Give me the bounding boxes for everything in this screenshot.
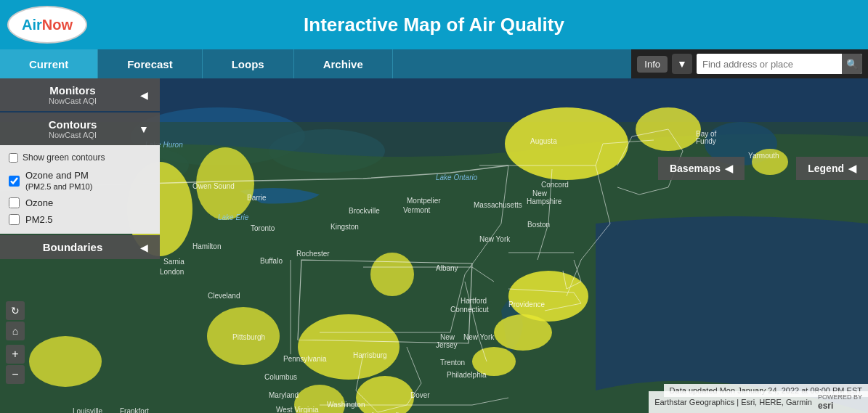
ozone-pm-row: Ozone and PM(PM2.5 and PM10) xyxy=(7,167,153,195)
left-panel: Monitors NowCast AQI ◀ Contours NowCast … xyxy=(0,78,160,261)
svg-text:Hamilton: Hamilton xyxy=(192,242,221,250)
svg-text:New York: New York xyxy=(479,235,511,243)
app-header: AirNow Interactive Map of Air Quality xyxy=(0,0,868,49)
legend-arrow-icon: ◀ xyxy=(848,163,856,174)
svg-text:Kingston: Kingston xyxy=(330,223,359,231)
svg-text:Harrisburg: Harrisburg xyxy=(353,351,387,359)
search-input[interactable] xyxy=(697,54,842,74)
show-green-label: Show green contours xyxy=(23,152,105,163)
boundaries-header[interactable]: Boundaries ◀ xyxy=(0,235,160,259)
svg-text:Frankfort: Frankfort xyxy=(120,407,149,413)
tab-loops[interactable]: Loops xyxy=(203,49,294,78)
svg-text:Maryland: Maryland xyxy=(269,391,299,399)
svg-point-12 xyxy=(370,253,414,296)
svg-text:Columbus: Columbus xyxy=(264,373,297,381)
boundaries-collapse-icon: ◀ xyxy=(137,242,151,253)
contours-header[interactable]: Contours NowCast AQI ▼ xyxy=(0,113,160,145)
contours-content: Show green contours Ozone and PM(PM2.5 a… xyxy=(0,145,160,234)
search-button[interactable]: 🔍 xyxy=(842,54,862,74)
svg-point-17 xyxy=(29,336,102,387)
map-home-button[interactable]: ⌂ xyxy=(6,322,25,340)
tab-forecast[interactable]: Forecast xyxy=(98,49,203,78)
svg-text:Jersey: Jersey xyxy=(436,341,457,349)
svg-text:Concord: Concord xyxy=(541,181,569,189)
zoom-controls: + − xyxy=(6,345,25,384)
monitors-collapse-icon: ◀ xyxy=(137,89,151,101)
svg-text:Providence: Providence xyxy=(508,300,545,308)
page-title: Interactive Map of Air Quality xyxy=(304,14,564,36)
dropdown-button[interactable]: ▼ xyxy=(672,54,692,74)
svg-text:Massachusetts: Massachusetts xyxy=(474,201,522,209)
svg-text:Cleveland: Cleveland xyxy=(208,292,240,300)
monitors-header[interactable]: Monitors NowCast AQI ◀ xyxy=(0,78,160,111)
tab-current[interactable]: Current xyxy=(0,49,98,78)
svg-text:Connecticut: Connecticut xyxy=(450,306,489,314)
contours-section: Contours NowCast AQI ▼ Show green contou… xyxy=(0,113,160,234)
pm25-label: PM2.5 xyxy=(25,214,53,225)
svg-text:Hartford: Hartford xyxy=(461,297,487,305)
zoom-in-button[interactable]: + xyxy=(6,345,25,364)
svg-text:Barrie: Barrie xyxy=(247,194,267,202)
svg-text:Yarmouth: Yarmouth xyxy=(748,152,779,160)
basemaps-button[interactable]: Basemaps ◀ xyxy=(658,157,745,180)
svg-text:Brockville: Brockville xyxy=(349,207,380,215)
svg-text:Rochester: Rochester xyxy=(296,250,330,258)
search-box: 🔍 xyxy=(697,54,862,74)
svg-text:Fundy: Fundy xyxy=(696,137,716,145)
svg-text:Louisville: Louisville xyxy=(73,407,103,413)
svg-text:Boston: Boston xyxy=(527,221,550,229)
navbar: Current Forecast Loops Archive Info ▼ 🔍 xyxy=(0,49,868,78)
svg-text:Pennsylvania: Pennsylvania xyxy=(283,355,327,363)
ozone-label: Ozone xyxy=(25,197,53,208)
show-green-row: Show green contours xyxy=(7,151,153,167)
esri-logo-block: POWERED BY esri xyxy=(818,393,862,411)
tab-archive[interactable]: Archive xyxy=(294,49,393,78)
svg-text:Vermont: Vermont xyxy=(403,206,430,214)
svg-point-5 xyxy=(505,107,628,180)
svg-text:Lake Erie: Lake Erie xyxy=(218,213,249,221)
svg-text:Pittsburgh: Pittsburgh xyxy=(232,333,265,341)
ozone-pm-label: Ozone and PM(PM2.5 and PM10) xyxy=(25,170,92,192)
svg-text:London: London xyxy=(160,268,184,276)
svg-text:Sarnia: Sarnia xyxy=(163,258,184,266)
map-refresh-button[interactable]: ↻ xyxy=(6,301,25,320)
svg-text:Owen Sound: Owen Sound xyxy=(192,182,235,190)
search-area: Info ▼ 🔍 xyxy=(631,49,868,78)
ozone-pm-checkbox[interactable] xyxy=(9,176,20,187)
show-green-checkbox[interactable] xyxy=(9,153,18,163)
svg-text:Philadelphia: Philadelphia xyxy=(447,371,487,379)
basemaps-arrow-icon: ◀ xyxy=(725,163,733,174)
contours-expand-icon: ▼ xyxy=(137,123,151,135)
svg-text:Trenton: Trenton xyxy=(440,359,465,367)
svg-text:West Virginia: West Virginia xyxy=(276,406,319,413)
info-button[interactable]: Info xyxy=(637,56,668,73)
svg-text:Lake Ontario: Lake Ontario xyxy=(436,173,478,181)
attribution-bar: Earthstar Geographics | Esri, HERE, Garm… xyxy=(649,391,868,413)
svg-point-11 xyxy=(298,314,399,380)
map-nav-controls: ↻ ⌂ xyxy=(6,301,25,340)
airnow-logo: AirNow xyxy=(7,6,87,44)
monitors-section: Monitors NowCast AQI ◀ xyxy=(0,78,160,111)
svg-text:New York: New York xyxy=(463,333,495,341)
svg-text:Dover: Dover xyxy=(410,391,430,399)
svg-text:Buffalo: Buffalo xyxy=(260,257,283,265)
svg-text:Toronto: Toronto xyxy=(251,224,275,232)
pm25-checkbox[interactable] xyxy=(9,214,20,225)
ozone-row: Ozone xyxy=(7,195,153,211)
svg-text:Albany: Albany xyxy=(436,264,458,272)
legend-button[interactable]: Legend ◀ xyxy=(796,157,868,180)
svg-text:Washington: Washington xyxy=(327,401,365,409)
svg-text:Montpelier: Montpelier xyxy=(407,197,441,205)
svg-text:New: New xyxy=(440,333,455,341)
svg-text:Augusta: Augusta xyxy=(530,137,557,145)
zoom-out-button[interactable]: − xyxy=(6,365,25,384)
svg-point-8 xyxy=(494,314,552,351)
svg-text:New: New xyxy=(532,189,548,197)
boundaries-section: Boundaries ◀ xyxy=(0,235,160,259)
pm25-row: PM2.5 xyxy=(7,211,153,228)
logo-text: AirNow xyxy=(22,17,73,33)
svg-text:Hampshire: Hampshire xyxy=(527,197,562,205)
ozone-checkbox[interactable] xyxy=(9,197,20,208)
